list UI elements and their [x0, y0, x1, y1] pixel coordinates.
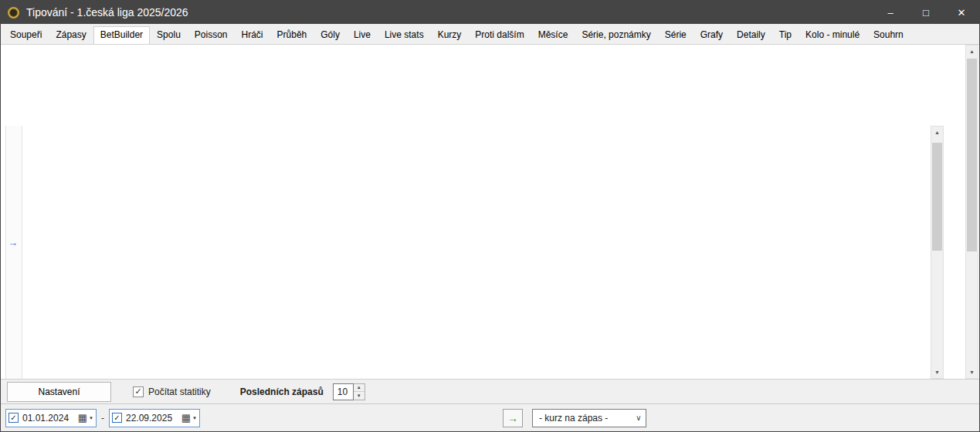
- date-from-calendar-button[interactable]: ▦ ▼: [78, 413, 93, 423]
- date-from-picker[interactable]: ✓ 01.01.2024 ▦ ▼: [5, 409, 97, 427]
- tab-spolu[interactable]: Spolu: [150, 26, 188, 44]
- tab-měsíce[interactable]: Měsíce: [531, 26, 575, 44]
- last-matches-value[interactable]: 10: [333, 383, 354, 400]
- tab-souhrn[interactable]: Souhrn: [866, 26, 910, 44]
- inner-scroll-track[interactable]: [931, 138, 943, 366]
- chevron-down-icon: ▼: [192, 416, 197, 420]
- scroll-up-icon[interactable]: ▲: [931, 127, 943, 138]
- tab-proti-dalším[interactable]: Proti dalším: [468, 26, 531, 44]
- last-matches-stepper: 10 ▲ ▼: [333, 383, 365, 400]
- tab-průběh[interactable]: Průběh: [270, 26, 314, 44]
- outer-indicator-column: [5, 126, 22, 379]
- stepper-up-icon[interactable]: ▲: [354, 384, 365, 393]
- tab-hráči[interactable]: Hráči: [235, 26, 270, 44]
- tab-g-ly[interactable]: Góly: [314, 26, 347, 44]
- tab-soupeři[interactable]: Soupeři: [3, 26, 49, 44]
- outer-scroll-track[interactable]: [966, 57, 978, 366]
- tab-betbuilder[interactable]: BetBuilder: [93, 26, 150, 45]
- tab-tip[interactable]: Tip: [772, 26, 799, 44]
- app-icon: [8, 7, 19, 19]
- last-matches-label: Posledních zápasů: [240, 386, 324, 397]
- tab-detaily[interactable]: Detaily: [730, 26, 772, 44]
- minimize-button[interactable]: –: [873, 1, 908, 24]
- titlebar: Tipování - 1.česká liga 2025/2026 – □ ✕: [1, 1, 979, 24]
- window-controls: – □ ✕: [873, 1, 979, 24]
- tab-série-poznámky[interactable]: Série, poznámky: [575, 26, 657, 44]
- inner-vertical-scrollbar[interactable]: ▲ ▼: [931, 126, 944, 379]
- stepper-down-icon[interactable]: ▼: [354, 392, 365, 400]
- scroll-down-icon[interactable]: ▼: [966, 366, 978, 378]
- settings-panel: Nastavení ✓ Počítat statitiky Posledních…: [1, 379, 979, 403]
- date-to-value[interactable]: 22.09.2025: [126, 413, 178, 424]
- tab-bar: SoupeřiZápasyBetBuilderSpoluPoissonHráči…: [1, 24, 979, 45]
- green-arrow-icon: →: [507, 412, 518, 424]
- compute-statistics-label: Počítat statitiky: [148, 386, 211, 397]
- chevron-down-icon: ∨: [632, 413, 646, 422]
- maximize-button[interactable]: □: [908, 1, 944, 24]
- date-to-picker[interactable]: ✓ 22.09.2025 ▦ ▼: [109, 409, 200, 427]
- scroll-down-icon[interactable]: ▼: [931, 366, 943, 378]
- send-to-ticket-button[interactable]: →: [503, 409, 523, 427]
- tab-live-stats[interactable]: Live stats: [378, 26, 431, 44]
- current-row-arrow-icon: →: [8, 237, 18, 248]
- date-from-value[interactable]: 01.01.2024: [22, 413, 74, 424]
- scroll-up-icon[interactable]: ▲: [966, 46, 978, 57]
- date-range-separator: -: [101, 413, 104, 424]
- compute-statistics-checkbox[interactable]: ✓: [133, 386, 144, 397]
- bottom-toolbar: ✓ 01.01.2024 ▦ ▼ - ✓ 22.09.2025 ▦ ▼ → - …: [1, 403, 979, 431]
- tab-poisson[interactable]: Poisson: [188, 26, 235, 44]
- date-from-checkbox[interactable]: ✓: [8, 413, 19, 423]
- outer-vertical-scrollbar[interactable]: ▲ ▼: [965, 45, 978, 379]
- tab-live[interactable]: Live: [347, 26, 378, 44]
- tab-zápasy[interactable]: Zápasy: [49, 26, 93, 44]
- calendar-icon: ▦: [181, 413, 191, 423]
- settings-button[interactable]: Nastavení: [7, 382, 111, 402]
- close-button[interactable]: ✕: [944, 1, 979, 24]
- calendar-icon: ▦: [78, 413, 87, 423]
- date-to-calendar-button[interactable]: ▦ ▼: [181, 413, 197, 423]
- odds-mode-value: - kurz na zápas -: [533, 413, 632, 424]
- odds-mode-select[interactable]: - kurz na zápas - ∨: [532, 409, 646, 427]
- statistics-grid-area: → ▲ ▼ ▲ ▼: [1, 45, 979, 379]
- tab-série[interactable]: Série: [658, 26, 693, 44]
- window-title: Tipování - 1.česká liga 2025/2026: [26, 6, 188, 19]
- outer-scroll-thumb[interactable]: [967, 59, 977, 251]
- date-to-checkbox[interactable]: ✓: [112, 413, 122, 423]
- app-window: Tipování - 1.česká liga 2025/2026 – □ ✕ …: [0, 0, 980, 432]
- chevron-down-icon: ▼: [89, 416, 93, 420]
- tab-kolo-minulé[interactable]: Kolo - minulé: [799, 26, 866, 44]
- tab-grafy[interactable]: Grafy: [693, 26, 730, 44]
- inner-scroll-thumb[interactable]: [932, 143, 942, 251]
- tab-kurzy[interactable]: Kurzy: [431, 26, 469, 44]
